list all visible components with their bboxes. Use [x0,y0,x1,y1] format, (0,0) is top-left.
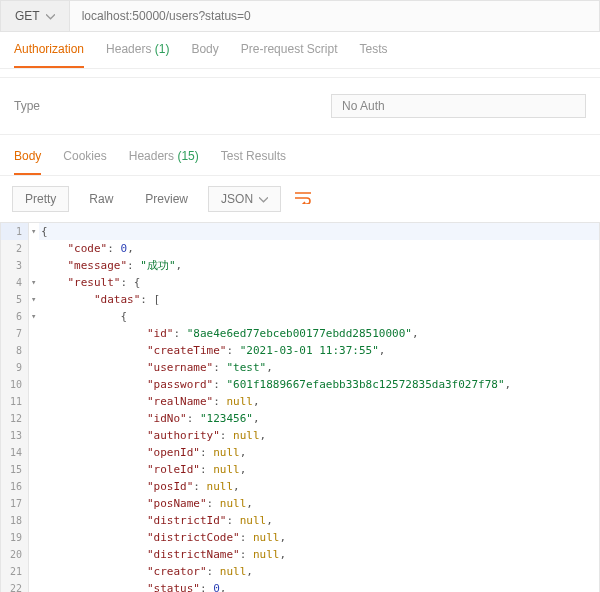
code-line: 8 "createTime": "2021-03-01 11:37:55", [1,342,599,359]
fold-toggle[interactable]: ▾ [29,308,39,325]
line-number: 21 [1,563,29,580]
line-number: 11 [1,393,29,410]
code-line: 20 "districtName": null, [1,546,599,563]
request-bar: GET localhost:50000/users?status=0 [0,0,600,32]
wrap-lines-icon[interactable] [289,187,317,211]
url-input[interactable]: localhost:50000/users?status=0 [70,0,600,32]
pretty-button[interactable]: Pretty [12,186,69,212]
line-number: 13 [1,427,29,444]
line-number: 10 [1,376,29,393]
auth-type-row: Type No Auth [0,77,600,135]
code-line: 17 "posName": null, [1,495,599,512]
code-line: 6▾ { [1,308,599,325]
code-line: 12 "idNo": "123456", [1,410,599,427]
code-line: 2 "code": 0, [1,240,599,257]
line-number: 1 [1,223,29,240]
line-number: 9 [1,359,29,376]
auth-type-label: Type [14,99,40,113]
request-tabs: Authorization Headers (1) Body Pre-reque… [0,32,600,69]
line-number: 7 [1,325,29,342]
code-content: "id": "8ae4e6ed77ebceb00177ebdd28510000"… [39,325,599,342]
code-content: "roleId": null, [39,461,599,478]
code-content: "datas": [ [39,291,599,308]
code-line: 1▾{ [1,223,599,240]
tab-headers[interactable]: Headers (1) [106,42,169,68]
code-content: "code": 0, [39,240,599,257]
code-line: 18 "districtId": null, [1,512,599,529]
format-value: JSON [221,192,253,206]
auth-type-value: No Auth [342,99,385,113]
code-content: "createTime": "2021-03-01 11:37:55", [39,342,599,359]
line-number: 16 [1,478,29,495]
code-line: 22 "status": 0, [1,580,599,592]
chevron-down-icon [46,11,55,22]
code-content: "result": { [39,274,599,291]
code-content: "posName": null, [39,495,599,512]
code-line: 3 "message": "成功", [1,257,599,274]
code-line: 11 "realName": null, [1,393,599,410]
code-line: 9 "username": "test", [1,359,599,376]
code-content: "realName": null, [39,393,599,410]
code-content: "districtName": null, [39,546,599,563]
preview-button[interactable]: Preview [133,187,200,211]
code-content: "posId": null, [39,478,599,495]
code-content: "districtCode": null, [39,529,599,546]
method-label: GET [15,9,40,23]
auth-type-select[interactable]: No Auth [331,94,586,118]
code-line: 5▾ "datas": [ [1,291,599,308]
line-number: 8 [1,342,29,359]
code-line: 21 "creator": null, [1,563,599,580]
chevron-down-icon [259,192,268,206]
tab-authorization[interactable]: Authorization [14,42,84,68]
line-number: 14 [1,444,29,461]
code-content: "message": "成功", [39,257,599,274]
code-content: "districtId": null, [39,512,599,529]
fold-toggle[interactable]: ▾ [29,274,39,291]
tab-tests[interactable]: Tests [359,42,387,68]
code-line: 13 "authority": null, [1,427,599,444]
raw-button[interactable]: Raw [77,187,125,211]
code-content: "openId": null, [39,444,599,461]
response-body-viewer[interactable]: 1▾{2 "code": 0,3 "message": "成功",4▾ "res… [0,222,600,592]
line-number: 4 [1,274,29,291]
fold-toggle[interactable]: ▾ [29,291,39,308]
line-number: 3 [1,257,29,274]
line-number: 5 [1,291,29,308]
code-line: 4▾ "result": { [1,274,599,291]
code-line: 7 "id": "8ae4e6ed77ebceb00177ebdd2851000… [1,325,599,342]
method-selector[interactable]: GET [0,0,70,32]
code-content: "username": "test", [39,359,599,376]
code-line: 14 "openId": null, [1,444,599,461]
line-number: 17 [1,495,29,512]
code-content: "authority": null, [39,427,599,444]
line-number: 2 [1,240,29,257]
code-content: "idNo": "123456", [39,410,599,427]
url-value: localhost:50000/users?status=0 [82,9,251,23]
code-content: "creator": null, [39,563,599,580]
tab-prerequest[interactable]: Pre-request Script [241,42,338,68]
resp-tab-body[interactable]: Body [14,149,41,175]
response-tabs: Body Cookies Headers (15) Test Results [0,135,600,176]
resp-tab-testresults[interactable]: Test Results [221,149,286,175]
format-select[interactable]: JSON [208,186,281,212]
code-content: { [39,308,599,325]
code-line: 10 "password": "601f1889667efaebb33b8c12… [1,376,599,393]
line-number: 6 [1,308,29,325]
viewer-toolbar: Pretty Raw Preview JSON [0,176,600,222]
line-number: 19 [1,529,29,546]
fold-toggle[interactable]: ▾ [29,223,39,240]
line-number: 12 [1,410,29,427]
line-number: 20 [1,546,29,563]
resp-tab-cookies[interactable]: Cookies [63,149,106,175]
code-content: { [39,223,599,240]
code-line: 16 "posId": null, [1,478,599,495]
code-line: 19 "districtCode": null, [1,529,599,546]
resp-tab-headers[interactable]: Headers (15) [129,149,199,175]
tab-body[interactable]: Body [191,42,218,68]
line-number: 22 [1,580,29,592]
line-number: 18 [1,512,29,529]
code-content: "password": "601f1889667efaebb33b8c12572… [39,376,599,393]
code-line: 15 "roleId": null, [1,461,599,478]
code-content: "status": 0, [39,580,599,592]
line-number: 15 [1,461,29,478]
